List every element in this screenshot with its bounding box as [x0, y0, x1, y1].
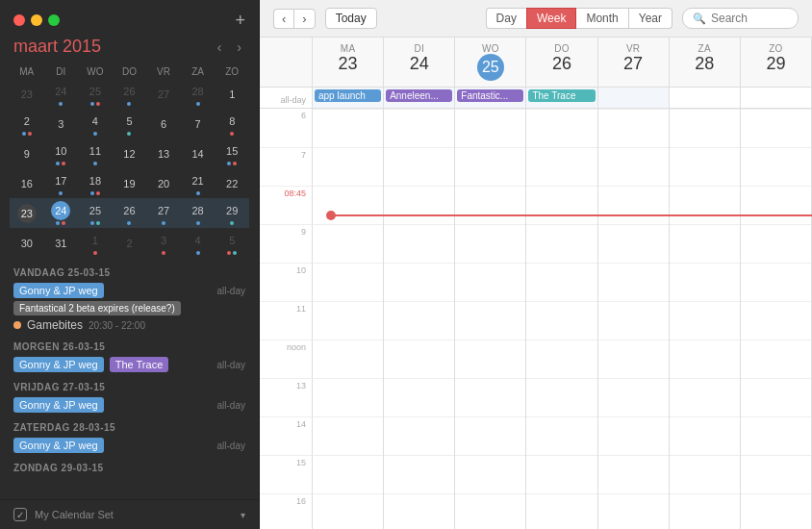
grid-cell[interactable] — [741, 224, 811, 263]
mini-cal-day[interactable]: 23 — [10, 79, 44, 109]
grid-cell[interactable] — [741, 416, 811, 455]
grid-cell[interactable] — [384, 109, 454, 147]
grid-cell[interactable] — [455, 340, 525, 378]
allday-event-anneleen[interactable]: Anneleen... — [386, 89, 452, 102]
event-pill-gonny-morgen[interactable]: Gonny & JP weg — [13, 357, 104, 372]
grid-cell[interactable] — [526, 378, 596, 416]
grid-cell[interactable] — [455, 147, 525, 186]
mini-cal-day[interactable]: 5 — [113, 109, 147, 139]
event-pill-gonny[interactable]: Gonny & JP weg — [13, 283, 104, 298]
mini-cal-day[interactable]: 27 — [146, 79, 181, 109]
mini-cal-day[interactable]: 29 — [215, 198, 249, 228]
mini-cal-day[interactable]: 31 — [44, 228, 79, 258]
grid-cell[interactable] — [455, 186, 525, 224]
mini-cal-day[interactable]: 1 — [78, 228, 113, 258]
grid-cell[interactable] — [526, 301, 596, 340]
add-event-button[interactable]: + — [235, 12, 245, 29]
mini-cal-day[interactable]: 24 — [44, 79, 79, 109]
mini-cal-day[interactable]: 5 — [215, 228, 249, 258]
next-week-button[interactable]: › — [293, 9, 315, 29]
mini-cal-day[interactable]: 27 — [146, 198, 181, 228]
grid-cell[interactable] — [741, 340, 811, 378]
mini-cal-day[interactable]: 13 — [146, 139, 181, 168]
grid-cell[interactable] — [670, 416, 740, 455]
grid-cell[interactable] — [384, 186, 454, 224]
grid-cell[interactable] — [455, 301, 525, 340]
grid-cell[interactable] — [384, 493, 454, 529]
mini-cal-day[interactable]: 15 — [215, 139, 249, 168]
mini-cal-day[interactable]: 3 — [44, 109, 79, 139]
grid-cell[interactable] — [670, 186, 740, 224]
mini-cal-day[interactable]: 24 — [44, 198, 79, 228]
mini-cal-day[interactable]: 4 — [181, 228, 216, 258]
grid-cell[interactable] — [670, 493, 740, 529]
grid-cell[interactable] — [526, 340, 596, 378]
mini-cal-day[interactable]: 25 — [78, 198, 113, 228]
grid-cell[interactable] — [313, 340, 383, 378]
mini-cal-day[interactable]: 26 — [113, 198, 147, 228]
grid-cell[interactable] — [670, 109, 740, 147]
grid-cell[interactable] — [741, 301, 811, 340]
grid-cell[interactable] — [313, 147, 383, 186]
grid-cell[interactable] — [598, 416, 669, 455]
grid-cell[interactable] — [526, 416, 596, 455]
grid-cell[interactable] — [455, 224, 525, 263]
grid-cell[interactable] — [313, 416, 383, 455]
grid-cell[interactable] — [384, 416, 454, 455]
view-month-button[interactable]: Month — [576, 8, 628, 29]
mini-cal-day[interactable]: 3 — [146, 228, 181, 258]
mini-cal-day[interactable]: 4 — [78, 109, 113, 139]
calendar-checkbox[interactable]: ✓ — [13, 508, 27, 521]
next-month-button[interactable]: › — [233, 38, 245, 57]
grid-cell[interactable] — [313, 493, 383, 529]
grid-cell[interactable] — [670, 340, 740, 378]
mini-cal-day[interactable]: 7 — [181, 109, 216, 139]
mini-cal-day[interactable]: 30 — [10, 228, 44, 258]
grid-cell[interactable] — [741, 147, 811, 186]
event-pill-gonny-zaterdag[interactable]: Gonny & JP weg — [13, 438, 104, 453]
grid-cell[interactable] — [384, 224, 454, 263]
grid-cell[interactable] — [384, 147, 454, 186]
grid-cell[interactable] — [741, 186, 811, 224]
grid-cell[interactable] — [598, 147, 669, 186]
allday-event-fantastic[interactable]: Fantastic... — [457, 89, 523, 102]
mini-cal-day[interactable]: 23 — [10, 198, 44, 228]
mini-cal-day[interactable]: 12 — [113, 139, 147, 168]
grid-cell[interactable] — [526, 263, 596, 301]
grid-cell[interactable] — [670, 378, 740, 416]
grid-cell[interactable] — [598, 263, 669, 301]
grid-cell[interactable] — [741, 455, 811, 493]
mini-cal-day[interactable]: 21 — [181, 168, 216, 198]
prev-month-button[interactable]: ‹ — [214, 38, 226, 57]
grid-cell[interactable] — [384, 301, 454, 340]
view-week-button[interactable]: Week — [526, 8, 576, 29]
mini-cal-day[interactable]: 16 — [10, 168, 44, 198]
grid-cell[interactable] — [526, 493, 596, 529]
today-button[interactable]: Today — [325, 8, 377, 29]
grid-cell[interactable] — [526, 455, 596, 493]
mini-cal-day[interactable]: 2 — [113, 228, 147, 258]
allday-event-gonny-ma[interactable]: app launch — [315, 89, 381, 102]
grid-cell[interactable] — [313, 301, 383, 340]
close-button[interactable] — [13, 14, 25, 26]
mini-cal-day[interactable]: 11 — [78, 139, 113, 168]
grid-cell[interactable] — [598, 186, 669, 224]
grid-cell[interactable] — [526, 109, 596, 147]
grid-cell[interactable] — [670, 455, 740, 493]
event-pill-fantastical[interactable]: Fantastical 2 beta expires (release?) — [13, 301, 181, 315]
minimize-button[interactable] — [31, 14, 42, 26]
event-pill-trace[interactable]: The Trace — [110, 357, 169, 372]
mini-cal-day[interactable]: 8 — [215, 109, 249, 139]
mini-cal-day[interactable]: 14 — [181, 139, 216, 168]
grid-cell[interactable] — [670, 224, 740, 263]
grid-cell[interactable] — [384, 455, 454, 493]
grid-cell[interactable] — [455, 263, 525, 301]
grid-cell[interactable] — [313, 263, 383, 301]
mini-cal-day[interactable]: 19 — [113, 168, 147, 198]
mini-cal-day[interactable]: 6 — [146, 109, 181, 139]
grid-cell[interactable] — [598, 493, 669, 529]
grid-cell[interactable] — [526, 147, 596, 186]
grid-cell[interactable] — [455, 378, 525, 416]
grid-cell[interactable] — [384, 378, 454, 416]
mini-cal-day[interactable]: 28 — [181, 198, 216, 228]
